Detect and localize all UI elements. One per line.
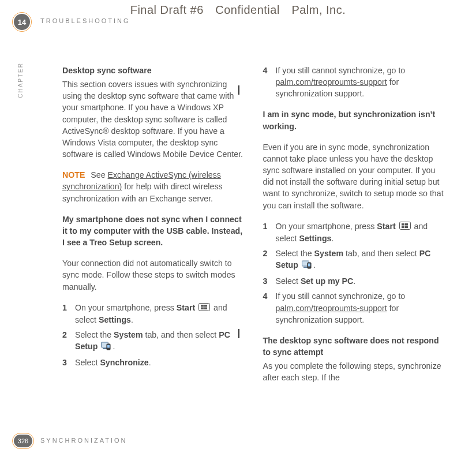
svg-rect-10 [402,223,404,226]
paragraph: As you complete the following steps, syn… [263,360,444,383]
heading: The desktop sync software does not respo… [263,335,444,358]
note-label: NOTE [62,170,85,179]
svg-rect-1 [201,305,204,307]
list-item: 1On your smartphone, press Start and sel… [263,220,444,244]
step-number: 3 [263,275,276,287]
heading: I am in sync mode, but synchronization i… [263,109,444,132]
paragraph: Your connection did not automatically sw… [62,257,243,292]
step-number: 2 [62,329,75,353]
chapter-label-vertical: CHAPTER [17,62,24,98]
step-list: 1On your smartphone, press Start and sel… [62,302,243,369]
svg-rect-8 [107,345,110,347]
step-text: If you still cannot synchronize, go to p… [276,65,444,99]
text: See [88,170,107,179]
step-list: 4If you still cannot synchronize, go to … [263,65,444,99]
step-text: On your smartphone, press Start and sele… [276,220,444,244]
step-text: Select Synchronize. [75,357,243,368]
start-icon [198,302,210,314]
svg-rect-6 [103,348,107,349]
pc-setup-icon [302,260,312,272]
svg-rect-4 [204,307,207,309]
svg-rect-3 [201,307,204,309]
svg-rect-13 [405,226,408,228]
list-item: 1On your smartphone, press Start and sel… [62,302,243,326]
right-column: 4If you still cannot synchronize, go to … [263,65,444,414]
list-item: 4If you still cannot synchronize, go to … [263,65,444,99]
svg-rect-11 [405,223,408,226]
list-item: 3Select Set up my PC. [263,275,444,287]
chapter-number-badge: 14 [14,14,30,30]
list-item: 2Select the System tab, and then select … [263,248,444,272]
heading: Desktop sync software [62,65,243,76]
svg-rect-9 [399,222,410,229]
step-text: Select Set up my PC. [276,275,444,287]
link-text[interactable]: palm.com/treoproumts-support [276,77,387,87]
paragraph: This section covers issues with synchron… [62,78,243,160]
list-item: 2Select the System tab, and then select … [62,329,243,353]
heading: My smartphone does not sync when I conne… [62,214,243,248]
section-title-top: TROUBLESHOOTING [40,17,130,24]
paragraph: Even if you are in sync mode, synchroniz… [263,141,444,211]
draft-header: Final Draft #6 Confidential Palm, Inc. [0,3,476,17]
step-number: 1 [263,220,276,244]
list-item: 4If you still cannot synchronize, go to … [263,290,444,325]
svg-rect-15 [303,267,308,268]
note-paragraph: NOTE See Exchange ActiveSync (wireless s… [62,169,243,204]
section-title-bottom: SYNCHRONIZATION [40,437,128,444]
svg-rect-2 [204,305,207,307]
pc-setup-icon [101,341,111,353]
svg-rect-12 [402,226,404,228]
page-number-badge: 326 [14,435,32,447]
left-column: Desktop sync software This section cover… [62,65,243,414]
list-item: 3Select Synchronize. [62,357,243,368]
step-text: Select the System tab, and then select P… [75,329,243,353]
link-text[interactable]: palm.com/treoproumts-support [276,304,387,313]
svg-rect-17 [308,264,310,267]
step-text: Select the System tab, and then select P… [276,248,444,272]
step-number: 3 [62,357,75,368]
svg-rect-0 [199,303,210,311]
step-number: 1 [62,302,75,326]
step-text: If you still cannot synchronize, go to p… [276,290,444,325]
step-number: 2 [263,248,276,272]
start-icon [399,221,411,233]
step-list: 1On your smartphone, press Start and sel… [263,220,444,326]
page-columns: Desktop sync software This section cover… [62,65,444,414]
step-number: 4 [263,65,276,99]
step-number: 4 [263,290,276,325]
step-text: On your smartphone, press Start and sele… [75,302,243,326]
